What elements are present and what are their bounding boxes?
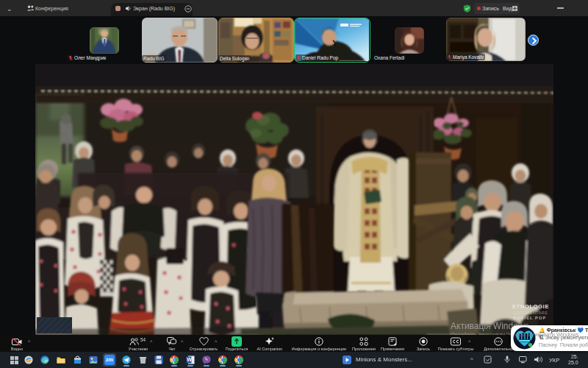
svg-text:DOCUMENTARE: DOCUMENTARE — [513, 311, 548, 315]
svg-text:W: W — [187, 357, 192, 362]
svg-text:DANIEL POP: DANIEL POP — [513, 316, 546, 320]
svg-text:ETNOLOGIE: ETNOLOGIE — [512, 303, 549, 310]
